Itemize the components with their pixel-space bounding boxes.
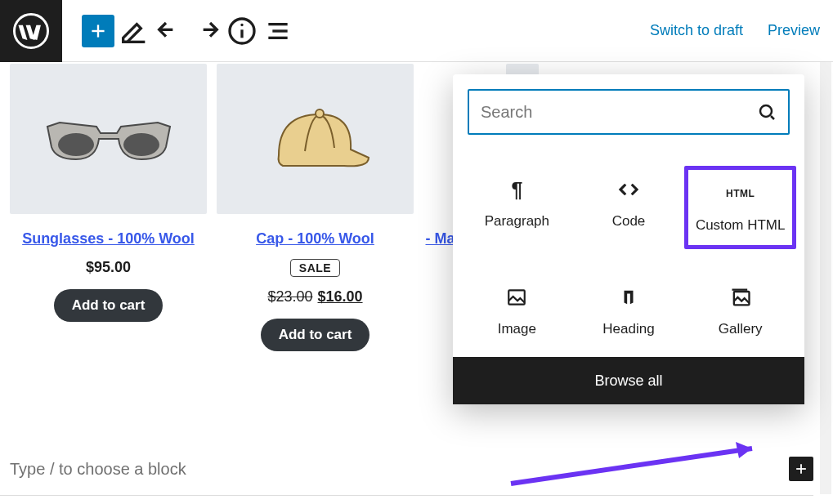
product-price: $23.00$16.00 [267,288,362,306]
product-image[interactable] [217,64,414,214]
html-icon: HTML [728,181,754,206]
svg-point-13 [760,105,772,117]
gallery-icon [728,285,754,310]
block-option-image[interactable]: Image [461,274,573,349]
block-option-label: Custom HTML [696,217,786,234]
divider [0,495,813,496]
svg-point-12 [316,109,324,118]
info-icon [226,15,258,47]
block-option-code[interactable]: Code [573,166,685,249]
product-card: Sunglasses - 100% Wool $95.00 Add to car… [10,64,207,351]
block-option-custom-html[interactable]: HTML Custom HTML [684,166,796,249]
block-option-label: Gallery [719,321,763,337]
svg-point-6 [240,23,243,25]
search-icon [757,102,777,122]
block-inserter-popover: ¶ Paragraph Code HTML Custom HTML Image … [453,74,804,404]
redo-button[interactable] [190,15,222,47]
block-option-label: Heading [602,321,654,337]
document-info-button[interactable] [226,15,258,47]
outline-icon [262,15,294,47]
redo-icon [190,15,222,47]
prompt-placeholder-text[interactable]: Type / to choose a block [10,460,789,479]
toolbar-right: Switch to draft Preview [650,22,833,39]
block-suggestions-grid: ¶ Paragraph Code HTML Custom HTML Image … [461,166,796,349]
preview-link[interactable]: Preview [768,22,820,39]
pencil-icon [118,15,150,47]
product-title-link[interactable]: - Ma [426,230,455,248]
cap-icon [246,94,385,184]
empty-block-prompt: Type / to choose a block [8,457,813,481]
add-block-button[interactable] [789,457,813,481]
svg-marker-20 [736,442,752,458]
vertical-scrollbar[interactable] [820,62,831,494]
image-icon [504,285,530,310]
svg-point-11 [123,133,159,156]
block-option-heading[interactable]: Heading [573,274,685,349]
block-option-gallery[interactable]: Gallery [684,274,796,349]
paragraph-icon: ¶ [504,177,530,202]
product-price-old: $23.00 [267,288,312,305]
undo-icon [154,15,186,47]
add-to-cart-button[interactable]: Add to cart [54,289,163,322]
add-to-cart-button[interactable]: Add to cart [261,319,370,351]
block-option-label: Code [612,213,646,230]
block-option-label: Paragraph [485,213,549,230]
sale-badge: SALE [290,259,340,277]
plus-icon [793,461,809,477]
block-search-input[interactable] [481,103,757,122]
code-icon [616,177,642,202]
heading-icon [616,285,642,310]
product-price-new: $16.00 [318,288,363,305]
document-outline-button[interactable] [262,15,294,47]
svg-line-14 [771,116,774,119]
product-image[interactable] [10,64,207,214]
toggle-block-inserter-button[interactable] [82,15,114,47]
undo-button[interactable] [154,15,186,47]
plus-icon [87,20,109,42]
block-option-paragraph[interactable]: ¶ Paragraph [461,166,573,249]
editor-toolbar: Switch to draft Preview [0,0,833,62]
product-title-link[interactable]: Cap - 100% Wool [256,230,374,248]
wordpress-logo[interactable] [0,0,62,62]
svg-point-10 [58,133,94,156]
product-price: $95.00 [86,259,131,276]
sunglasses-icon [39,94,178,184]
toolbar-left [62,15,294,47]
browse-all-button[interactable]: Browse all [453,357,804,404]
product-title-link[interactable]: Sunglasses - 100% Wool [22,230,195,248]
block-search-input-wrap [468,89,790,135]
wordpress-logo-icon [13,13,49,49]
edit-tools-button[interactable] [118,15,150,47]
block-option-label: Image [498,321,536,337]
switch-to-draft-link[interactable]: Switch to draft [650,22,743,39]
product-card: Cap - 100% Wool SALE $23.00$16.00 Add to… [217,64,414,351]
